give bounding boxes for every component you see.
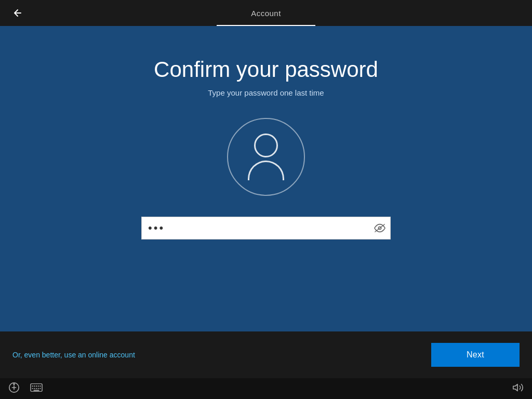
- online-account-link[interactable]: Or, even better, use an online account: [12, 351, 135, 359]
- status-left: [8, 382, 43, 396]
- page-subtitle: Type your password one last time: [208, 88, 324, 97]
- status-bar: [0, 378, 532, 399]
- top-bar: Account: [0, 0, 532, 26]
- accessibility-icon[interactable]: [8, 382, 20, 396]
- volume-icon[interactable]: [512, 382, 524, 396]
- top-bar-title: Account: [251, 9, 281, 18]
- keyboard-icon[interactable]: [30, 382, 43, 396]
- avatar-head: [254, 134, 278, 157]
- page-title: Confirm your password: [154, 57, 378, 82]
- main-content: Confirm your password Type your password…: [0, 26, 532, 331]
- svg-point-3: [14, 383, 15, 384]
- toggle-password-button[interactable]: [374, 222, 385, 234]
- password-container: [141, 217, 391, 240]
- status-right: [512, 382, 524, 396]
- next-button[interactable]: Next: [431, 343, 520, 367]
- confirm-password-input[interactable]: [141, 217, 391, 240]
- user-silhouette-icon: [248, 134, 284, 180]
- avatar: [227, 118, 305, 196]
- bottom-bar: Or, even better, use an online account N…: [0, 331, 532, 378]
- avatar-body: [248, 161, 284, 180]
- top-bar-underline: [217, 25, 315, 26]
- svg-marker-16: [513, 384, 517, 391]
- back-button[interactable]: [8, 4, 27, 22]
- eye-icon: [374, 222, 385, 234]
